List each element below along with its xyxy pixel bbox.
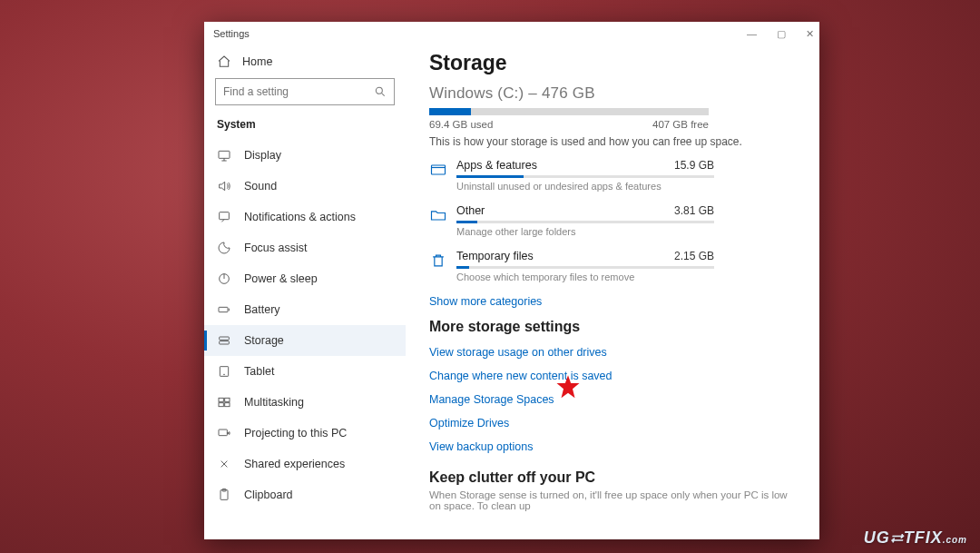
- display-icon: [217, 148, 231, 163]
- sidebar-item-label: Tablet: [244, 365, 274, 378]
- storage-description: This is how your storage is used and how…: [429, 135, 796, 148]
- home-label: Home: [242, 55, 272, 68]
- link-optimize-drives[interactable]: Optimize Drives: [429, 417, 796, 430]
- category-name: Other: [456, 204, 485, 217]
- projecting-icon: [217, 426, 231, 440]
- storage-category-other[interactable]: Other3.81 GB Manage other large folders: [429, 204, 714, 237]
- sidebar-item-label: Focus assist: [244, 242, 307, 254]
- more-storage-header: More storage settings: [429, 319, 796, 335]
- category-subtext: Uninstall unused or undesired apps & fea…: [456, 181, 714, 192]
- category-name: Temporary files: [456, 250, 534, 262]
- sound-icon: [217, 179, 231, 193]
- svg-rect-13: [219, 430, 227, 436]
- category-name: Apps & features: [456, 159, 537, 172]
- drive-usage-labels: 69.4 GB used 407 GB free: [429, 119, 709, 130]
- svg-rect-16: [432, 165, 446, 174]
- category-bar: [456, 221, 714, 223]
- window-controls: — ▢ ✕: [747, 28, 814, 40]
- svg-rect-1: [219, 151, 230, 158]
- sidebar-item-label: Multitasking: [244, 396, 304, 409]
- svg-rect-9: [219, 398, 223, 401]
- drive-used-label: 69.4 GB used: [429, 119, 493, 130]
- svg-rect-10: [225, 398, 230, 401]
- clipboard-icon: [217, 488, 231, 502]
- folder-icon: [429, 206, 447, 224]
- category-subtext: Choose which temporary files to remove: [456, 272, 714, 282]
- sidebar-item-label: Storage: [244, 334, 284, 347]
- svg-rect-2: [220, 212, 230, 220]
- sidebar-item-notifications[interactable]: Notifications & actions: [204, 202, 406, 232]
- category-size: 2.15 GB: [674, 250, 714, 262]
- sidebar-item-label: Battery: [244, 303, 280, 316]
- sidebar-item-battery[interactable]: Battery: [204, 294, 406, 325]
- category-size: 15.9 GB: [674, 159, 714, 172]
- window-title: Settings: [213, 28, 250, 39]
- sidebar-item-label: Sound: [244, 180, 277, 193]
- svg-rect-4: [219, 307, 228, 311]
- power-icon: [217, 272, 231, 286]
- storage-category-apps[interactable]: Apps & features15.9 GB Uninstall unused …: [429, 159, 714, 192]
- shared-exp-icon: [217, 457, 231, 471]
- sidebar-item-shared-exp[interactable]: Shared experiences: [204, 449, 406, 479]
- category-bar: [456, 266, 714, 269]
- sidebar-nav: Display Sound Notifications & actions Fo…: [204, 140, 406, 510]
- storage-category-temp[interactable]: Temporary files2.15 GB Choose which temp…: [429, 250, 714, 282]
- settings-window: Settings — ▢ ✕ Home System: [204, 22, 819, 539]
- apps-icon: [429, 161, 447, 179]
- sidebar-item-display[interactable]: Display: [204, 140, 406, 171]
- sidebar-item-label: Power & sleep: [244, 272, 318, 285]
- sidebar-item-power-sleep[interactable]: Power & sleep: [204, 263, 406, 294]
- titlebar: Settings — ▢ ✕: [204, 22, 819, 45]
- settings-sidebar: Home System Display Sound: [204, 45, 406, 539]
- sidebar-item-focus-assist[interactable]: Focus assist: [204, 232, 406, 263]
- minimize-button[interactable]: —: [747, 28, 757, 40]
- sidebar-item-tablet[interactable]: Tablet: [204, 356, 406, 387]
- keep-clutter-header: Keep clutter off your PC: [429, 469, 796, 486]
- category-size: 3.81 GB: [674, 204, 714, 217]
- link-storage-spaces[interactable]: Manage Storage Spaces: [429, 393, 796, 406]
- svg-rect-5: [220, 337, 230, 340]
- link-other-drives[interactable]: View storage usage on other drives: [429, 346, 796, 359]
- category-bar: [456, 175, 714, 178]
- battery-icon: [217, 302, 231, 317]
- storage-icon: [217, 333, 231, 348]
- multitasking-icon: [217, 395, 231, 410]
- sidebar-item-label: Clipboard: [244, 489, 293, 501]
- drive-free-label: 407 GB free: [652, 119, 709, 130]
- sidebar-item-multitasking[interactable]: Multitasking: [204, 387, 406, 418]
- show-more-categories-link[interactable]: Show more categories: [429, 295, 796, 308]
- svg-point-0: [376, 87, 382, 94]
- drive-header: Windows (C:) – 476 GB: [429, 84, 796, 103]
- page-title: Storage: [429, 51, 796, 75]
- drive-usage-fill: [429, 108, 471, 115]
- drive-usage-bar: [429, 108, 709, 115]
- maximize-button[interactable]: ▢: [777, 28, 786, 40]
- sidebar-item-label: Display: [244, 149, 281, 162]
- svg-point-8: [224, 374, 225, 375]
- search-icon: [374, 85, 387, 98]
- category-subtext: Manage other large folders: [456, 226, 714, 237]
- sidebar-item-projecting[interactable]: Projecting to this PC: [204, 418, 406, 449]
- sidebar-item-label: Shared experiences: [244, 458, 345, 470]
- sidebar-category-label: System: [204, 118, 406, 140]
- search-input[interactable]: [215, 78, 395, 105]
- search-field[interactable]: [223, 85, 374, 98]
- sidebar-item-label: Projecting to this PC: [244, 427, 347, 439]
- focus-assist-icon: [217, 241, 231, 255]
- svg-rect-6: [220, 341, 230, 344]
- svg-rect-12: [225, 403, 230, 407]
- tablet-icon: [217, 364, 231, 379]
- sidebar-item-sound[interactable]: Sound: [204, 171, 406, 202]
- storage-page: Storage Windows (C:) – 476 GB 69.4 GB us…: [406, 45, 819, 539]
- keep-clutter-text: When Storage sense is turned on, it'll f…: [429, 489, 796, 511]
- link-change-content[interactable]: Change where new content is saved: [429, 370, 796, 382]
- close-button[interactable]: ✕: [806, 28, 814, 40]
- sidebar-item-clipboard[interactable]: Clipboard: [204, 479, 406, 510]
- sidebar-item-label: Notifications & actions: [244, 211, 356, 223]
- home-icon: [217, 54, 231, 69]
- trash-icon: [429, 252, 447, 270]
- link-backup-options[interactable]: View backup options: [429, 440, 796, 453]
- home-nav[interactable]: Home: [204, 49, 406, 78]
- sidebar-item-storage[interactable]: Storage: [204, 325, 406, 356]
- svg-rect-11: [219, 403, 223, 407]
